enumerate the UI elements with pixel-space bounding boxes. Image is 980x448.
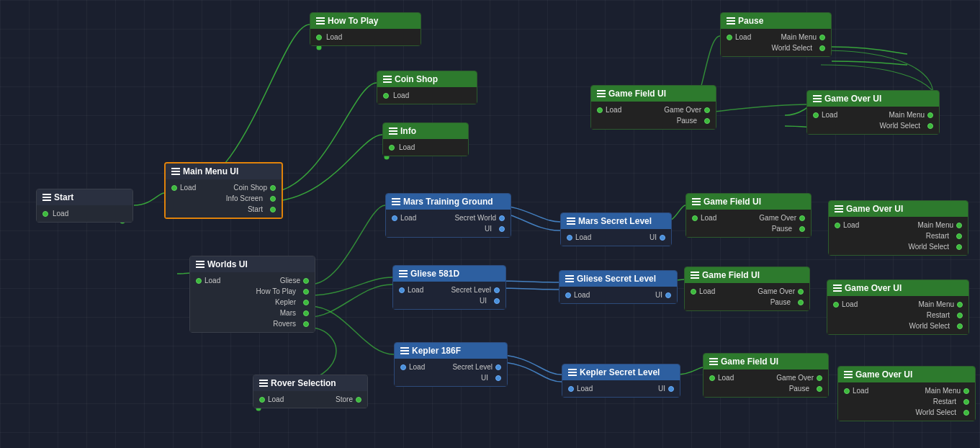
- node-icon: [844, 371, 853, 378]
- load-port[interactable]: [383, 93, 389, 99]
- load-port[interactable]: [691, 289, 696, 295]
- load-port[interactable]: [565, 292, 571, 298]
- game-over-ui-top-node[interactable]: Game Over UI Load Main Menu World Select: [806, 90, 940, 135]
- node-icon: [259, 380, 268, 387]
- ui-port[interactable]: [660, 235, 665, 241]
- game-over-port[interactable]: [704, 107, 710, 113]
- game-field-ui-kepler-node[interactable]: Game Field UI Load Game Over Pause: [703, 353, 829, 398]
- mars-secret-label: Mars Secret Level: [578, 216, 652, 226]
- world-select-port[interactable]: [927, 123, 933, 129]
- worlds-ui-node[interactable]: Worlds UI Load Gliese How To Play Kepler…: [189, 256, 315, 333]
- game-field-ui-mars-node[interactable]: Game Field UI Load Game Over Pause: [685, 193, 812, 238]
- game-over-port[interactable]: [817, 375, 822, 381]
- restart-port[interactable]: [956, 233, 962, 239]
- secret-level-port[interactable]: [495, 364, 501, 370]
- load-port[interactable]: [567, 235, 572, 241]
- info-header: Info: [383, 123, 468, 139]
- node-icon: [383, 76, 392, 83]
- load-port[interactable]: [597, 107, 603, 113]
- world-select-port[interactable]: [963, 410, 969, 416]
- ui-port[interactable]: [494, 298, 500, 304]
- pause-port[interactable]: [799, 226, 805, 232]
- mars-port[interactable]: [303, 310, 309, 316]
- restart-port[interactable]: [963, 399, 969, 405]
- mars-secret-node[interactable]: Mars Secret Level Load UI: [560, 212, 672, 246]
- load-port[interactable]: [259, 397, 265, 403]
- coin-shop-node[interactable]: Coin Shop Load: [377, 71, 477, 104]
- ui-port[interactable]: [495, 375, 501, 381]
- load-port[interactable]: [692, 215, 698, 221]
- game-field-ui-gliese-node[interactable]: Game Field UI Load Game Over Pause: [684, 266, 810, 311]
- main-menu-port[interactable]: [927, 112, 933, 118]
- load-port[interactable]: [813, 112, 819, 118]
- gliese-secret-header: Gliese Secret Level: [559, 271, 677, 287]
- coin-shop-port[interactable]: [270, 185, 276, 191]
- start-port[interactable]: [270, 207, 276, 212]
- info-screen-port[interactable]: [270, 196, 276, 202]
- load-port[interactable]: [844, 388, 850, 394]
- ui-port[interactable]: [668, 386, 674, 392]
- main-menu-port[interactable]: [957, 302, 963, 308]
- node-icon: [597, 90, 606, 97]
- ui-port[interactable]: [499, 226, 505, 232]
- kepler-186f-node[interactable]: Kepler 186F Load Secret Level UI: [394, 342, 508, 387]
- how-to-play-port[interactable]: [303, 289, 309, 295]
- load-port[interactable]: [835, 223, 840, 228]
- secret-level-port[interactable]: [494, 287, 500, 293]
- secret-world-port[interactable]: [499, 215, 505, 221]
- rover-selection-label: Rover Selection: [271, 378, 336, 388]
- load-port[interactable]: [392, 215, 397, 221]
- game-over-ui-mars-header: Game Over UI: [829, 201, 968, 217]
- worlds-ui-label: Worlds UI: [207, 259, 248, 269]
- how-to-play-node[interactable]: How To Play Load: [310, 12, 421, 46]
- load-port[interactable]: [399, 287, 405, 293]
- pause-port[interactable]: [704, 118, 710, 124]
- pause-node[interactable]: Pause Load Main Menu World Select: [720, 12, 832, 57]
- start-node[interactable]: Start Load: [36, 189, 133, 223]
- mars-training-node[interactable]: Mars Training Ground Load Secret World U…: [385, 193, 511, 238]
- game-over-ui-kepler-node[interactable]: Game Over UI Load Main Menu Restart Worl…: [837, 366, 976, 421]
- world-select-port[interactable]: [819, 45, 825, 51]
- load-port[interactable]: [568, 386, 574, 392]
- store-port[interactable]: [356, 397, 361, 403]
- pause-port[interactable]: [798, 300, 804, 305]
- main-menu-port[interactable]: [963, 388, 969, 394]
- main-menu-port[interactable]: [819, 35, 825, 40]
- pause-header: Pause: [721, 13, 831, 29]
- game-over-port[interactable]: [798, 289, 804, 295]
- load-port[interactable]: [171, 185, 177, 191]
- game-over-ui-gliese-node[interactable]: Game Over UI Load Main Menu Restart Worl…: [827, 279, 969, 335]
- game-field-ui-top-label: Game Field UI: [608, 89, 666, 99]
- main-menu-port[interactable]: [956, 223, 962, 228]
- rover-selection-node[interactable]: Rover Selection Load Store: [253, 375, 368, 408]
- gliese-secret-label: Gliese Secret Level: [577, 274, 656, 284]
- ui-port[interactable]: [665, 292, 671, 298]
- world-select-port[interactable]: [956, 244, 962, 250]
- load-port[interactable]: [709, 375, 715, 381]
- restart-port[interactable]: [957, 313, 963, 318]
- node-icon: [565, 275, 574, 282]
- load-port[interactable]: [389, 145, 395, 151]
- load-port[interactable]: [400, 364, 406, 370]
- node-icon: [389, 127, 397, 135]
- world-select-port[interactable]: [957, 323, 963, 329]
- kepler-port[interactable]: [303, 300, 309, 305]
- load-port[interactable]: [727, 35, 732, 40]
- rovers-port[interactable]: [303, 321, 309, 327]
- game-over-port[interactable]: [799, 215, 805, 221]
- main-menu-ui-node[interactable]: Main Menu UI Load Coin Shop Info Screen …: [164, 162, 283, 219]
- info-node[interactable]: Info Load: [382, 122, 469, 156]
- load-port[interactable]: [42, 211, 48, 217]
- game-field-ui-top-node[interactable]: Game Field UI Load Game Over Pause: [590, 85, 716, 130]
- load-port[interactable]: [833, 302, 839, 308]
- game-over-ui-mars-node[interactable]: Game Over UI Load Main Menu Restart Worl…: [828, 200, 968, 256]
- gliese-port[interactable]: [303, 278, 309, 284]
- load-port[interactable]: [316, 35, 322, 40]
- load-port[interactable]: [196, 278, 202, 284]
- gliese-581d-node[interactable]: Gliese 581D Load Secret Level UI: [392, 265, 506, 310]
- gliese-secret-node[interactable]: Gliese Secret Level Load UI: [559, 270, 678, 304]
- kepler-secret-node[interactable]: Kepler Secret Level Load UI: [562, 364, 680, 398]
- pause-port[interactable]: [817, 386, 822, 392]
- rover-selection-header: Rover Selection: [253, 375, 367, 391]
- game-field-ui-mars-label: Game Field UI: [703, 197, 761, 207]
